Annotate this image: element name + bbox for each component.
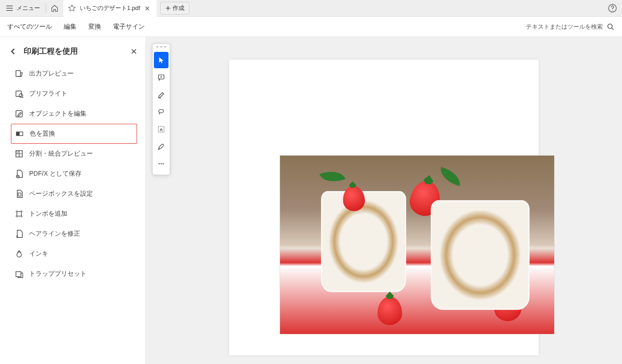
tool-label: ページボックスを設定 xyxy=(29,190,93,198)
svg-rect-12 xyxy=(17,212,21,216)
tool-output-preview[interactable]: 出力プレビュー xyxy=(11,64,137,84)
tab-close-button[interactable] xyxy=(144,5,151,12)
ink-icon xyxy=(15,249,24,258)
tool-set-page-boxes[interactable]: ページボックスを設定 xyxy=(11,184,137,204)
tool-label: 分割・統合プレビュー xyxy=(29,150,93,158)
search-icon xyxy=(607,23,615,31)
svg-rect-2 xyxy=(16,71,20,76)
svg-point-16 xyxy=(159,110,164,113)
tool-list: 出力プレビュー プリフライト オブジェクトを編集 色を置換 分割・統合プレビュー… xyxy=(0,64,145,284)
tool-label: トンボを追加 xyxy=(29,210,67,218)
svg-rect-11 xyxy=(18,193,21,196)
floating-toolbar: A xyxy=(152,43,170,175)
sidebar: 印刷工程を使用 出力プレビュー プリフライト オブジェクトを編集 色を置換 xyxy=(0,37,146,364)
tool-label: トラッププリセット xyxy=(29,270,87,278)
highlight-tool[interactable] xyxy=(154,86,168,103)
pencil-icon xyxy=(157,91,165,99)
home-button[interactable] xyxy=(47,0,62,16)
tool-add-printer-marks[interactable]: トンボを追加 xyxy=(11,204,137,224)
tool-label: 色を置換 xyxy=(30,130,55,138)
svg-rect-9 xyxy=(16,151,19,154)
tab-filename: いちごのデザート1.pdf xyxy=(80,4,140,12)
trap-presets-icon xyxy=(15,269,24,278)
svg-rect-13 xyxy=(16,272,21,277)
comment-tool[interactable] xyxy=(154,69,168,86)
titlebar: メニュー いちごのデザート1.pdf 作成 xyxy=(0,0,622,17)
tool-trap-presets[interactable]: トラッププリセット xyxy=(11,264,137,284)
panel-title: 印刷工程を使用 xyxy=(24,46,124,56)
svg-point-20 xyxy=(161,163,162,165)
svg-text:A: A xyxy=(160,127,163,132)
hairlines-icon xyxy=(15,229,24,238)
panel-close-button[interactable] xyxy=(131,48,137,55)
more-tools[interactable] xyxy=(154,156,168,172)
menu-button[interactable]: メニュー xyxy=(1,0,45,16)
close-icon xyxy=(145,6,150,11)
tool-label: ヘアラインを修正 xyxy=(29,230,80,238)
menu-esign[interactable]: 電子サイン xyxy=(113,23,145,31)
select-tool[interactable] xyxy=(154,52,168,68)
tool-ink-manager[interactable]: インキ xyxy=(11,244,137,264)
main-area: 印刷工程を使用 出力プレビュー プリフライト オブジェクトを編集 色を置換 xyxy=(0,37,622,364)
svg-point-4 xyxy=(19,94,23,97)
document-image xyxy=(280,155,555,334)
comment-icon xyxy=(157,73,165,81)
output-preview-icon xyxy=(15,69,24,78)
flattener-icon xyxy=(15,149,24,158)
divider xyxy=(46,3,46,13)
home-icon xyxy=(51,4,59,12)
menu-label: メニュー xyxy=(16,4,40,12)
text-select-icon: A xyxy=(157,125,165,133)
hamburger-icon xyxy=(5,4,14,12)
menu-edit[interactable]: 編集 xyxy=(64,23,76,31)
back-button[interactable] xyxy=(9,47,17,56)
svg-rect-7 xyxy=(16,132,20,136)
more-icon xyxy=(157,160,165,168)
star-icon xyxy=(68,4,76,12)
plus-icon xyxy=(165,5,171,11)
menu-convert[interactable]: 変換 xyxy=(88,23,101,31)
convert-colors-icon xyxy=(15,129,24,138)
help-icon xyxy=(608,4,617,13)
svg-point-1 xyxy=(608,24,612,28)
tool-edit-object[interactable]: オブジェクトを編集 xyxy=(11,104,137,124)
document-canvas[interactable]: A xyxy=(146,37,622,364)
text-select-tool[interactable]: A xyxy=(154,121,168,137)
lasso-tool[interactable] xyxy=(154,104,168,120)
tool-convert-colors[interactable]: 色を置換 xyxy=(11,124,137,144)
svg-point-21 xyxy=(163,163,164,165)
svg-marker-14 xyxy=(159,57,164,64)
create-button[interactable]: 作成 xyxy=(160,2,189,15)
panel-header: 印刷工程を使用 xyxy=(0,46,145,64)
search-placeholder: テキストまたはツールを検索 xyxy=(526,23,603,31)
create-label: 作成 xyxy=(173,4,184,12)
search-area[interactable]: テキストまたはツールを検索 xyxy=(526,23,615,31)
toolbar-grip[interactable] xyxy=(156,46,166,49)
draw-icon xyxy=(157,142,165,151)
help-button[interactable] xyxy=(607,3,617,13)
tool-preflight[interactable]: プリフライト xyxy=(11,84,137,104)
preflight-icon xyxy=(15,89,24,98)
document-tab[interactable]: いちごのデザート1.pdf xyxy=(63,0,157,17)
svg-point-19 xyxy=(158,163,160,165)
menubar: すべてのツール 編集 変換 電子サイン テキストまたはツールを検索 xyxy=(0,17,622,37)
cursor-icon xyxy=(157,56,165,64)
tool-label: PDF/X として保存 xyxy=(29,170,82,178)
tool-label: 出力プレビュー xyxy=(29,70,74,78)
printer-marks-icon xyxy=(15,209,24,218)
tool-flattener-preview[interactable]: 分割・統合プレビュー xyxy=(11,144,137,164)
lasso-icon xyxy=(157,108,165,116)
tool-label: プリフライト xyxy=(29,90,67,98)
page-boxes-icon xyxy=(15,189,24,198)
tool-fix-hairlines[interactable]: ヘアラインを修正 xyxy=(11,224,137,244)
draw-tool[interactable] xyxy=(154,138,168,155)
tool-label: インキ xyxy=(29,250,48,258)
tool-save-pdfx[interactable]: PDF/X として保存 xyxy=(11,164,137,184)
menu-all-tools[interactable]: すべてのツール xyxy=(7,23,52,31)
tool-label: オブジェクトを編集 xyxy=(29,110,87,118)
edit-object-icon xyxy=(15,109,24,118)
save-pdfx-icon xyxy=(15,169,24,178)
